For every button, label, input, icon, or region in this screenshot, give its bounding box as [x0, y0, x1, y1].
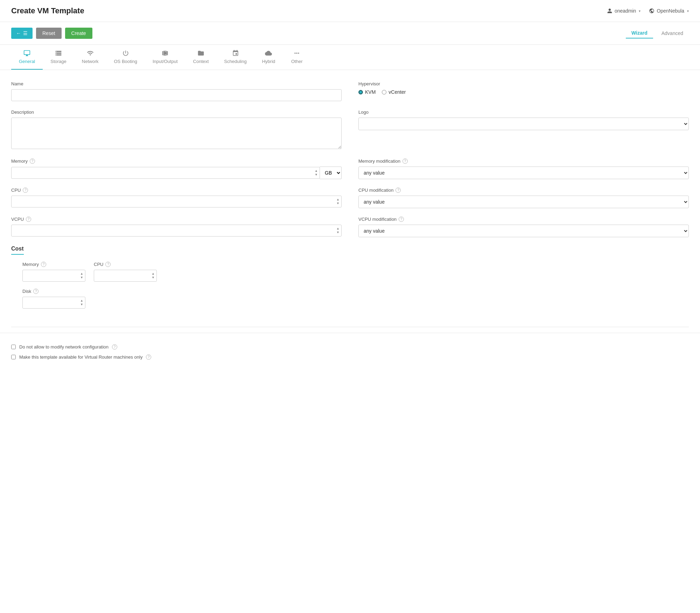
vcpu-down-arrow[interactable]: ▼ — [336, 231, 340, 234]
memory-unit-select[interactable]: GB MB TB — [320, 167, 342, 179]
cost-memory-input[interactable] — [22, 270, 85, 282]
name-input[interactable] — [11, 89, 342, 101]
network-config-help-icon[interactable]: ? — [112, 344, 117, 350]
hypervisor-radio-group: KVM vCenter — [358, 89, 689, 95]
cost-cpu-help-icon[interactable]: ? — [105, 262, 111, 267]
storage-icon — [55, 50, 62, 57]
nav-tab-input-output[interactable]: Input/Output — [145, 45, 186, 70]
kvm-label: KVM — [365, 89, 376, 95]
nav-tab-os-booting[interactable]: OS Booting — [106, 45, 145, 70]
org-menu[interactable]: OpenNebula ▾ — [649, 8, 689, 14]
cpu-group: CPU ? ▲ ▼ — [11, 188, 342, 208]
vcpu-input[interactable] — [11, 225, 342, 237]
monitor-icon — [23, 50, 30, 57]
vcpu-up-arrow[interactable]: ▲ — [336, 227, 340, 231]
cpu-up-arrow[interactable]: ▲ — [336, 198, 340, 202]
nav-tab-hybrid[interactable]: Hybrid — [254, 45, 283, 70]
network-config-checkbox-label[interactable]: Do not allow to modify network configura… — [11, 344, 689, 350]
cpu-input[interactable] — [11, 196, 342, 207]
advanced-tab[interactable]: Advanced — [656, 28, 689, 38]
section-nav: General Storage Network OS Booting Input… — [0, 45, 700, 70]
memory-input-group: ▲ ▼ GB MB TB — [11, 167, 342, 179]
vcpu-modification-select[interactable]: any value fixed list range — [358, 225, 689, 237]
cpu-modification-select[interactable]: any value fixed list range — [358, 196, 689, 208]
memory-input[interactable] — [11, 167, 320, 179]
nav-tab-general-label: General — [19, 59, 35, 64]
cpu-modification-group: CPU modification ? any value fixed list … — [358, 188, 689, 208]
name-label: Name — [11, 81, 342, 86]
nav-tab-general[interactable]: General — [11, 45, 43, 70]
memory-modification-select[interactable]: any value fixed list range — [358, 167, 689, 179]
org-dropdown-arrow: ▾ — [687, 9, 689, 13]
cpu-down-arrow[interactable]: ▼ — [336, 202, 340, 205]
logo-select[interactable] — [358, 118, 689, 130]
cost-memory-spinner[interactable]: ▲ ▼ — [80, 272, 83, 280]
cost-memory-down-arrow[interactable]: ▼ — [80, 276, 83, 280]
user-menu[interactable]: oneadmin ▾ — [607, 8, 641, 14]
vrouter-checkbox-label[interactable]: Make this template available for Virtual… — [11, 354, 689, 360]
nav-tab-hybrid-label: Hybrid — [262, 59, 275, 64]
nav-tab-context[interactable]: Context — [186, 45, 217, 70]
vcpu-spinner[interactable]: ▲ ▼ — [336, 227, 340, 234]
vcpu-input-group: ▲ ▼ — [11, 225, 342, 237]
page-title: Create VM Template — [11, 6, 84, 15]
network-config-text: Do not allow to modify network configura… — [19, 344, 108, 350]
memory-up-arrow[interactable]: ▲ — [315, 169, 318, 173]
create-button[interactable]: Create — [65, 28, 92, 39]
memory-down-arrow[interactable]: ▼ — [315, 173, 318, 177]
org-label: OpenNebula — [657, 8, 684, 14]
vcpu-mod-help-icon[interactable]: ? — [399, 217, 404, 222]
separator — [11, 327, 689, 327]
io-icon — [162, 50, 169, 57]
nav-tab-other[interactable]: Other — [283, 45, 311, 70]
kvm-radio-label[interactable]: KVM — [358, 89, 376, 95]
bottom-section: Do not allow to modify network configura… — [0, 333, 700, 370]
vrouter-help-icon[interactable]: ? — [146, 354, 151, 360]
cost-memory-up-arrow[interactable]: ▲ — [80, 272, 83, 276]
cpu-spinner[interactable]: ▲ ▼ — [336, 198, 340, 205]
cost-disk-down-arrow[interactable]: ▼ — [80, 303, 83, 306]
nav-tab-network-label: Network — [82, 59, 99, 64]
wizard-tab[interactable]: Wizard — [626, 28, 653, 38]
description-label: Description — [11, 110, 342, 115]
cost-disk-input-group: ▲ ▼ — [22, 297, 85, 309]
nav-tab-storage[interactable]: Storage — [43, 45, 74, 70]
kvm-radio[interactable] — [358, 90, 363, 94]
cost-memory-help-icon[interactable]: ? — [41, 262, 46, 267]
cost-disk-input[interactable] — [22, 297, 85, 309]
cost-cpu-down-arrow[interactable]: ▼ — [152, 276, 155, 280]
cost-disk-help-icon[interactable]: ? — [33, 289, 38, 294]
nav-tab-context-label: Context — [193, 59, 209, 64]
cpu-modification-label: CPU modification ? — [358, 188, 689, 193]
vcenter-label: vCenter — [388, 89, 406, 95]
memory-mod-help-icon[interactable]: ? — [402, 158, 408, 164]
memory-row: Memory ? ▲ ▼ GB MB TB M — [11, 158, 689, 179]
reset-button[interactable]: Reset — [36, 28, 62, 39]
cost-disk-up-arrow[interactable]: ▲ — [80, 299, 83, 303]
vrouter-checkbox[interactable] — [11, 355, 16, 359]
user-dropdown-arrow: ▾ — [639, 9, 640, 13]
cost-disk-spinner[interactable]: ▲ ▼ — [80, 299, 83, 306]
cost-memory-label: Memory ? — [22, 262, 85, 267]
nav-tab-network[interactable]: Network — [74, 45, 106, 70]
vcenter-radio-label[interactable]: vCenter — [382, 89, 406, 95]
name-group: Name — [11, 81, 342, 101]
memory-modification-group: Memory modification ? any value fixed li… — [358, 158, 689, 179]
vcpu-help-icon[interactable]: ? — [26, 217, 31, 222]
username-label: oneadmin — [615, 8, 636, 14]
nav-tab-storage-label: Storage — [50, 59, 66, 64]
memory-group: Memory ? ▲ ▼ GB MB TB — [11, 158, 342, 179]
cost-cpu-up-arrow[interactable]: ▲ — [152, 272, 155, 276]
cost-cpu-spinner[interactable]: ▲ ▼ — [152, 272, 155, 280]
network-config-checkbox[interactable] — [11, 345, 16, 349]
nav-tab-scheduling[interactable]: Scheduling — [216, 45, 254, 70]
back-button[interactable]: ← ☰ — [11, 28, 33, 39]
memory-help-icon[interactable]: ? — [30, 158, 35, 164]
vcenter-radio[interactable] — [382, 90, 386, 94]
cpu-help-icon[interactable]: ? — [23, 188, 28, 193]
description-input[interactable] — [11, 118, 342, 149]
cpu-mod-help-icon[interactable]: ? — [396, 188, 401, 193]
memory-spinner[interactable]: ▲ ▼ — [315, 169, 318, 177]
cost-cpu-input[interactable] — [94, 270, 157, 282]
user-icon — [607, 8, 612, 14]
